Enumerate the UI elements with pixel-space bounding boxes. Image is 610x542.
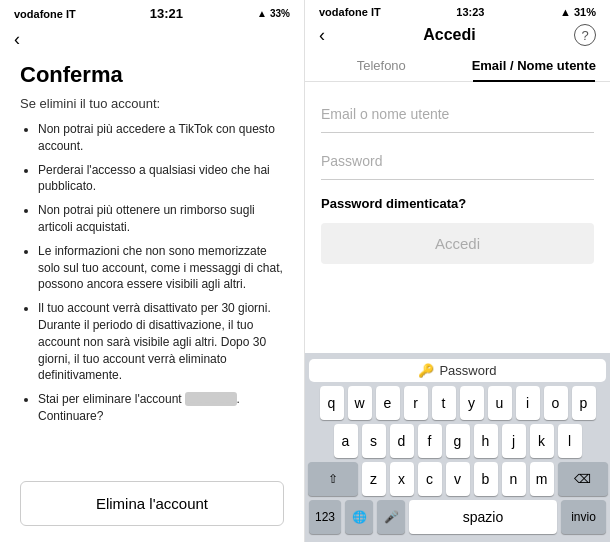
key-v[interactable]: v — [446, 462, 470, 496]
forgot-password-link[interactable]: Password dimenticata? — [321, 196, 594, 211]
left-nav: ‹ — [0, 25, 304, 56]
key-globe[interactable]: 🌐 — [345, 500, 373, 534]
battery-icon: 33% — [270, 8, 290, 19]
key-z[interactable]: z — [362, 462, 386, 496]
key-e[interactable]: e — [376, 386, 400, 420]
left-time: 13:21 — [150, 6, 183, 21]
key-space[interactable]: spazio — [409, 500, 557, 534]
key-i[interactable]: i — [516, 386, 540, 420]
confirm-title: Conferma — [20, 62, 284, 88]
keyboard-row-1: q w e r t y u i o p — [309, 386, 606, 420]
account-redacted: ■■■■■■ — [185, 392, 237, 406]
right-back-button[interactable]: ‹ — [319, 25, 325, 46]
key-invio[interactable]: invio — [561, 500, 606, 534]
key-u[interactable]: u — [488, 386, 512, 420]
signal-icon: ▲ — [257, 8, 267, 19]
key-h[interactable]: h — [474, 424, 498, 458]
list-item: Le informazioni che non sono memorizzate… — [38, 243, 284, 293]
key-m[interactable]: m — [530, 462, 554, 496]
tabs-row: Telefono Email / Nome utente — [305, 50, 610, 82]
tab-telefono[interactable]: Telefono — [305, 50, 458, 81]
signal-icon-right: ▲ — [560, 6, 571, 18]
password-input[interactable] — [321, 143, 594, 180]
list-item: Non potrai più ottenere un rimborso sugl… — [38, 202, 284, 236]
list-item: Il tuo account verrà disattivato per 30 … — [38, 300, 284, 384]
key-d[interactable]: d — [390, 424, 414, 458]
right-time: 13:23 — [456, 6, 484, 18]
key-s[interactable]: s — [362, 424, 386, 458]
key-g[interactable]: g — [446, 424, 470, 458]
left-panel: vodafone IT 13:21 ▲ 33% ‹ Conferma Se el… — [0, 0, 305, 542]
key-k[interactable]: k — [530, 424, 554, 458]
keyboard-row-bottom: 123 🌐 🎤 spazio invio — [309, 500, 606, 534]
key-b[interactable]: b — [474, 462, 498, 496]
key-c[interactable]: c — [418, 462, 442, 496]
key-n[interactable]: n — [502, 462, 526, 496]
key-y[interactable]: y — [460, 386, 484, 420]
key-icon: 🔑 — [418, 363, 434, 378]
list-item: Perderai l'accesso a qualsiasi video che… — [38, 162, 284, 196]
battery-icon-right: 31% — [574, 6, 596, 18]
keyboard-row-3: ⇧ z x c v b n m ⌫ — [309, 462, 606, 496]
right-nav: ‹ Accedi ? — [305, 22, 610, 50]
key-t[interactable]: t — [432, 386, 456, 420]
tab-telefono-label: Telefono — [357, 58, 406, 73]
key-r[interactable]: r — [404, 386, 428, 420]
keyboard-row-2: a s d f g h j k l — [309, 424, 606, 458]
right-status-bar: vodafone IT 13:23 ▲ 31% — [305, 0, 610, 22]
login-form: Password dimenticata? Accedi — [305, 82, 610, 264]
left-carrier: vodafone IT — [14, 8, 76, 20]
left-content: Conferma Se elimini il tuo account: Non … — [0, 56, 304, 469]
delete-btn-container: Elimina l'account — [0, 469, 304, 542]
right-panel: vodafone IT 13:23 ▲ 31% ‹ Accedi ? Telef… — [305, 0, 610, 542]
key-j[interactable]: j — [502, 424, 526, 458]
left-status-icons: ▲ 33% — [257, 8, 290, 19]
page-title: Accedi — [423, 26, 475, 44]
left-status-bar: vodafone IT 13:21 ▲ 33% — [0, 0, 304, 25]
keyboard-area: 🔑 Password q w e r t y u i o p a s d f g… — [305, 353, 610, 542]
right-status-icons: ▲ 31% — [560, 6, 596, 18]
confirm-subtitle: Se elimini il tuo account: — [20, 96, 284, 111]
key-123[interactable]: 123 — [309, 500, 341, 534]
key-q[interactable]: q — [320, 386, 344, 420]
list-item: Non potrai più accedere a TikTok con que… — [38, 121, 284, 155]
key-w[interactable]: w — [348, 386, 372, 420]
key-a[interactable]: a — [334, 424, 358, 458]
right-carrier: vodafone IT — [319, 6, 381, 18]
login-button[interactable]: Accedi — [321, 223, 594, 264]
list-item-last: Stai per eliminare l'account ■■■■■■. Con… — [38, 391, 284, 425]
key-x[interactable]: x — [390, 462, 414, 496]
key-shift[interactable]: ⇧ — [308, 462, 358, 496]
key-f[interactable]: f — [418, 424, 442, 458]
tab-email[interactable]: Email / Nome utente — [458, 50, 611, 81]
key-mic[interactable]: 🎤 — [377, 500, 405, 534]
bullet-list: Non potrai più accedere a TikTok con que… — [20, 121, 284, 425]
tab-email-label: Email / Nome utente — [472, 58, 596, 73]
email-input[interactable] — [321, 96, 594, 133]
key-o[interactable]: o — [544, 386, 568, 420]
back-button[interactable]: ‹ — [14, 29, 20, 49]
delete-account-button[interactable]: Elimina l'account — [20, 481, 284, 526]
key-p[interactable]: p — [572, 386, 596, 420]
password-indicator-label: Password — [439, 363, 496, 378]
key-l[interactable]: l — [558, 424, 582, 458]
password-indicator: 🔑 Password — [309, 359, 606, 382]
help-button[interactable]: ? — [574, 24, 596, 46]
key-backspace[interactable]: ⌫ — [558, 462, 608, 496]
